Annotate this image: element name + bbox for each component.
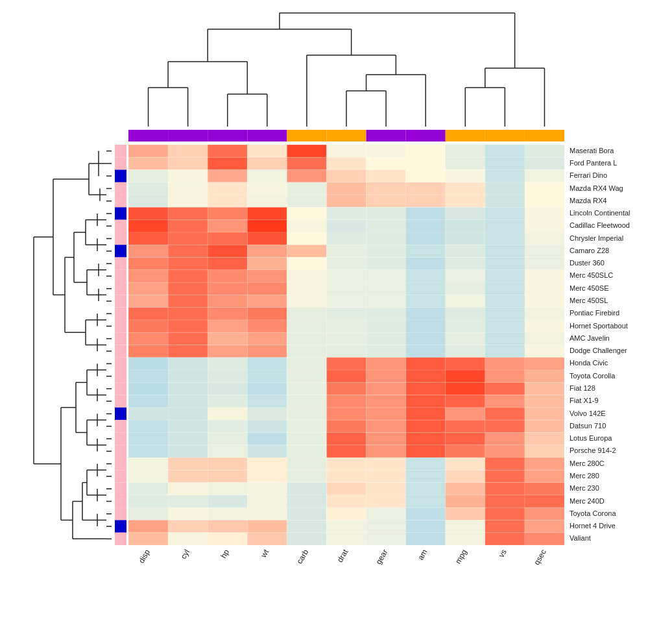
heatmap-chart [0, 0, 672, 623]
main-container [0, 0, 672, 623]
